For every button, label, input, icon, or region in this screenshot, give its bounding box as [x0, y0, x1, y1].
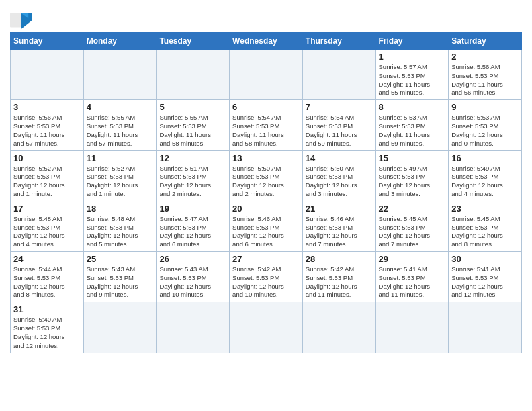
day-info: Sunrise: 5:45 AM Sunset: 5:53 PM Dayligh…	[451, 215, 519, 249]
day-info: Sunrise: 5:52 AM Sunset: 5:53 PM Dayligh…	[87, 165, 154, 199]
calendar-cell	[230, 302, 303, 353]
calendar-cell: 9Sunrise: 5:53 AM Sunset: 5:53 PM Daylig…	[449, 100, 522, 150]
day-number: 27	[232, 254, 300, 264]
day-number: 4	[87, 102, 154, 112]
calendar-cell: 14Sunrise: 5:50 AM Sunset: 5:53 PM Dayli…	[302, 150, 375, 201]
day-info: Sunrise: 5:53 AM Sunset: 5:53 PM Dayligh…	[379, 113, 446, 148]
day-number: 22	[379, 203, 446, 214]
dow-header: Thursday	[302, 33, 375, 50]
day-number: 9	[451, 102, 519, 112]
day-number: 3	[13, 102, 81, 112]
day-number: 17	[13, 203, 81, 214]
day-info: Sunrise: 5:49 AM Sunset: 5:53 PM Dayligh…	[379, 165, 446, 199]
day-info: Sunrise: 5:48 AM Sunset: 5:53 PM Dayligh…	[87, 215, 154, 249]
day-number: 26	[159, 254, 226, 264]
day-number: 21	[306, 203, 373, 214]
day-info: Sunrise: 5:55 AM Sunset: 5:53 PM Dayligh…	[159, 113, 226, 148]
calendar-table: SundayMondayTuesdayWednesdayThursdayFrid…	[10, 32, 522, 353]
calendar-cell: 25Sunrise: 5:43 AM Sunset: 5:53 PM Dayli…	[83, 252, 157, 302]
calendar-cell: 11Sunrise: 5:52 AM Sunset: 5:53 PM Dayli…	[83, 150, 157, 201]
calendar-cell: 30Sunrise: 5:41 AM Sunset: 5:53 PM Dayli…	[449, 252, 522, 302]
day-info: Sunrise: 5:50 AM Sunset: 5:53 PM Dayligh…	[306, 165, 373, 199]
calendar-cell: 20Sunrise: 5:46 AM Sunset: 5:53 PM Dayli…	[230, 201, 303, 251]
day-number: 31	[13, 304, 81, 314]
day-number: 29	[379, 254, 446, 264]
day-info: Sunrise: 5:46 AM Sunset: 5:53 PM Dayligh…	[306, 215, 373, 249]
calendar-cell: 5Sunrise: 5:55 AM Sunset: 5:53 PM Daylig…	[157, 100, 230, 150]
calendar-cell: 31Sunrise: 5:40 AM Sunset: 5:53 PM Dayli…	[11, 302, 84, 353]
day-number: 30	[451, 254, 519, 264]
calendar-cell	[302, 50, 375, 100]
logo	[10, 11, 34, 30]
day-number: 24	[13, 254, 81, 264]
svg-rect-0	[10, 13, 21, 28]
day-info: Sunrise: 5:40 AM Sunset: 5:53 PM Dayligh…	[13, 316, 81, 350]
calendar-cell: 22Sunrise: 5:45 AM Sunset: 5:53 PM Dayli…	[375, 201, 449, 251]
day-number: 12	[159, 153, 226, 163]
page-header	[10, 7, 522, 30]
day-number: 10	[13, 153, 81, 163]
day-info: Sunrise: 5:52 AM Sunset: 5:53 PM Dayligh…	[13, 165, 81, 199]
calendar-week-row: 10Sunrise: 5:52 AM Sunset: 5:53 PM Dayli…	[11, 150, 522, 201]
day-info: Sunrise: 5:41 AM Sunset: 5:53 PM Dayligh…	[379, 265, 446, 300]
day-info: Sunrise: 5:49 AM Sunset: 5:53 PM Dayligh…	[451, 165, 519, 199]
dow-header: Wednesday	[230, 33, 303, 50]
day-number: 20	[232, 203, 300, 214]
day-info: Sunrise: 5:54 AM Sunset: 5:53 PM Dayligh…	[306, 113, 373, 148]
calendar-cell	[230, 50, 303, 100]
day-number: 8	[379, 102, 446, 112]
calendar-cell: 24Sunrise: 5:44 AM Sunset: 5:53 PM Dayli…	[11, 252, 84, 302]
calendar-cell: 18Sunrise: 5:48 AM Sunset: 5:53 PM Dayli…	[83, 201, 157, 251]
day-info: Sunrise: 5:51 AM Sunset: 5:53 PM Dayligh…	[159, 165, 226, 199]
dow-header: Sunday	[11, 33, 84, 50]
calendar-cell: 21Sunrise: 5:46 AM Sunset: 5:53 PM Dayli…	[302, 201, 375, 251]
calendar-week-row: 17Sunrise: 5:48 AM Sunset: 5:53 PM Dayli…	[11, 201, 522, 251]
day-number: 7	[306, 102, 373, 112]
dow-header: Tuesday	[157, 33, 230, 50]
calendar-cell: 15Sunrise: 5:49 AM Sunset: 5:53 PM Dayli…	[375, 150, 449, 201]
calendar-cell	[157, 50, 230, 100]
calendar-cell: 23Sunrise: 5:45 AM Sunset: 5:53 PM Dayli…	[449, 201, 522, 251]
day-number: 5	[159, 102, 226, 112]
day-info: Sunrise: 5:45 AM Sunset: 5:53 PM Dayligh…	[379, 215, 446, 249]
day-info: Sunrise: 5:53 AM Sunset: 5:53 PM Dayligh…	[451, 113, 519, 148]
calendar-cell: 17Sunrise: 5:48 AM Sunset: 5:53 PM Dayli…	[11, 201, 84, 251]
day-number: 23	[451, 203, 519, 214]
day-info: Sunrise: 5:43 AM Sunset: 5:53 PM Dayligh…	[159, 265, 226, 300]
day-info: Sunrise: 5:48 AM Sunset: 5:53 PM Dayligh…	[13, 215, 81, 249]
day-info: Sunrise: 5:43 AM Sunset: 5:53 PM Dayligh…	[87, 265, 154, 300]
calendar-cell: 16Sunrise: 5:49 AM Sunset: 5:53 PM Dayli…	[449, 150, 522, 201]
day-number: 18	[87, 203, 154, 214]
day-info: Sunrise: 5:42 AM Sunset: 5:53 PM Dayligh…	[306, 265, 373, 300]
calendar-week-row: 31Sunrise: 5:40 AM Sunset: 5:53 PM Dayli…	[11, 302, 522, 353]
day-info: Sunrise: 5:54 AM Sunset: 5:53 PM Dayligh…	[232, 113, 300, 148]
calendar-cell: 8Sunrise: 5:53 AM Sunset: 5:53 PM Daylig…	[375, 100, 449, 150]
calendar-week-row: 24Sunrise: 5:44 AM Sunset: 5:53 PM Dayli…	[11, 252, 522, 302]
dow-header: Saturday	[449, 33, 522, 50]
day-number: 28	[306, 254, 373, 264]
day-info: Sunrise: 5:47 AM Sunset: 5:53 PM Dayligh…	[159, 215, 226, 249]
day-number: 13	[232, 153, 300, 163]
calendar-cell: 27Sunrise: 5:42 AM Sunset: 5:53 PM Dayli…	[230, 252, 303, 302]
calendar-cell: 3Sunrise: 5:56 AM Sunset: 5:53 PM Daylig…	[11, 100, 84, 150]
calendar-cell: 26Sunrise: 5:43 AM Sunset: 5:53 PM Dayli…	[157, 252, 230, 302]
day-number: 14	[306, 153, 373, 163]
calendar-cell: 29Sunrise: 5:41 AM Sunset: 5:53 PM Dayli…	[375, 252, 449, 302]
calendar-week-row: 3Sunrise: 5:56 AM Sunset: 5:53 PM Daylig…	[11, 100, 522, 150]
calendar-cell	[375, 302, 449, 353]
day-info: Sunrise: 5:56 AM Sunset: 5:53 PM Dayligh…	[13, 113, 81, 148]
calendar-cell	[83, 302, 157, 353]
day-info: Sunrise: 5:56 AM Sunset: 5:53 PM Dayligh…	[451, 63, 519, 97]
day-number: 11	[87, 153, 154, 163]
day-number: 16	[451, 153, 519, 163]
dow-header: Friday	[375, 33, 449, 50]
calendar-cell: 28Sunrise: 5:42 AM Sunset: 5:53 PM Dayli…	[302, 252, 375, 302]
calendar-cell: 10Sunrise: 5:52 AM Sunset: 5:53 PM Dayli…	[11, 150, 84, 201]
day-number: 15	[379, 153, 446, 163]
day-number: 2	[451, 52, 519, 62]
calendar-cell: 2Sunrise: 5:56 AM Sunset: 5:53 PM Daylig…	[449, 50, 522, 100]
calendar-week-row: 1Sunrise: 5:57 AM Sunset: 5:53 PM Daylig…	[11, 50, 522, 100]
dow-header: Monday	[83, 33, 157, 50]
calendar-cell	[83, 50, 157, 100]
logo-icon	[10, 11, 32, 30]
